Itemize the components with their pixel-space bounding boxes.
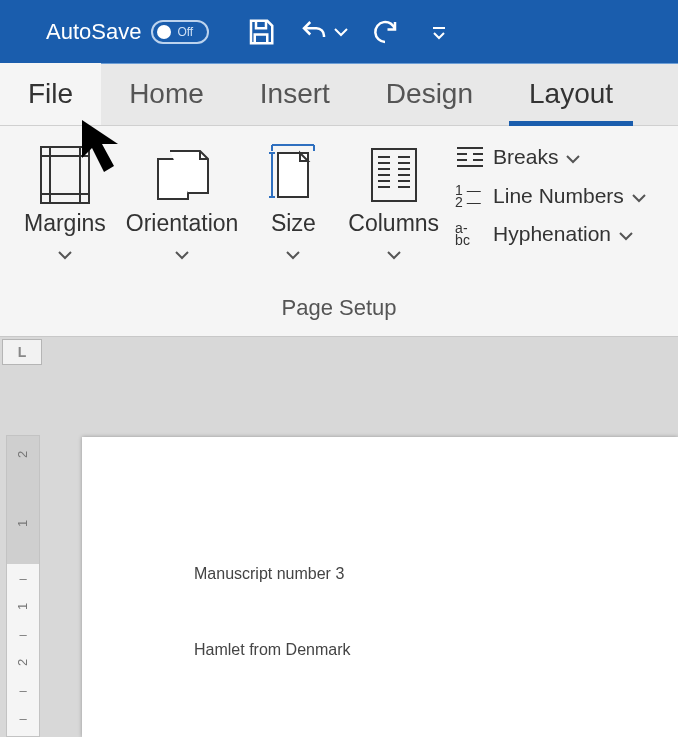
chevron-down-icon <box>286 239 300 266</box>
customize-icon <box>429 22 449 42</box>
tab-home[interactable]: Home <box>101 63 232 125</box>
chevron-down-icon <box>334 23 348 41</box>
size-icon <box>258 140 328 210</box>
line-numbers-button[interactable]: 1 —2 — Line Numbers <box>455 184 646 208</box>
save-button[interactable] <box>239 10 283 54</box>
undo-button[interactable] <box>293 10 353 54</box>
redo-button[interactable] <box>363 10 407 54</box>
chevron-down-icon <box>632 184 646 208</box>
size-label: Size <box>271 210 316 237</box>
orientation-label: Orientation <box>126 210 239 237</box>
document-workspace: L 2 1 – 1 – 2 – – Manuscript number 3 Ha… <box>0 337 678 737</box>
ruler-mark: 2 <box>15 658 30 665</box>
chevron-down-icon <box>175 239 189 266</box>
document-line-2: Hamlet from Denmark <box>194 641 678 659</box>
hyphenation-button[interactable]: a-bc Hyphenation <box>455 222 646 246</box>
tab-layout[interactable]: Layout <box>501 63 641 125</box>
tab-design[interactable]: Design <box>358 63 501 125</box>
ruler-mark: 1 <box>15 519 30 526</box>
ribbon-group-label: Page Setup <box>0 295 678 337</box>
ruler-corner[interactable]: L <box>2 339 42 365</box>
size-button[interactable]: Size <box>248 140 338 295</box>
chevron-down-icon <box>566 145 580 169</box>
breaks-button[interactable]: Breaks <box>455 144 646 170</box>
ribbon-layout: Margins Orientation Size <box>0 126 678 295</box>
line-numbers-label: Line Numbers <box>493 184 624 208</box>
margins-button[interactable]: Margins <box>14 140 116 295</box>
undo-icon <box>298 17 330 47</box>
columns-label: Columns <box>348 210 439 237</box>
ribbon-tabs: File Home Insert Design Layout <box>0 64 678 126</box>
vertical-ruler[interactable]: 2 1 – 1 – 2 – – <box>6 435 40 737</box>
chevron-down-icon <box>619 222 633 246</box>
orientation-button[interactable]: Orientation <box>116 140 249 295</box>
redo-icon <box>370 17 400 47</box>
margins-icon <box>30 140 100 210</box>
page-setup-label: Page Setup <box>282 295 397 321</box>
line-numbers-icon: 1 —2 — <box>455 184 485 208</box>
ruler-mark: 1 <box>15 602 30 609</box>
columns-icon <box>359 140 429 210</box>
save-icon <box>246 17 276 47</box>
ruler-mark: 2 <box>15 450 30 457</box>
chevron-down-icon <box>387 239 401 266</box>
margins-label: Margins <box>24 210 106 237</box>
hyphenation-icon: a-bc <box>455 222 485 246</box>
breaks-label: Breaks <box>493 145 558 169</box>
breaks-icon <box>455 144 485 170</box>
orientation-icon <box>147 140 217 210</box>
autosave-toggle-knob <box>157 25 171 39</box>
autosave-state: Off <box>177 25 193 39</box>
title-bar: AutoSave Off <box>0 0 678 64</box>
autosave-label: AutoSave <box>46 19 141 45</box>
hyphenation-label: Hyphenation <box>493 222 611 246</box>
columns-button[interactable]: Columns <box>338 140 449 295</box>
chevron-down-icon <box>58 239 72 266</box>
tab-insert[interactable]: Insert <box>232 63 358 125</box>
tab-file[interactable]: File <box>0 63 101 125</box>
document-line-1: Manuscript number 3 <box>194 565 678 583</box>
document-page[interactable]: Manuscript number 3 Hamlet from Denmark <box>82 437 678 737</box>
customize-qat-button[interactable] <box>417 10 461 54</box>
autosave-toggle[interactable]: Off <box>151 20 209 44</box>
